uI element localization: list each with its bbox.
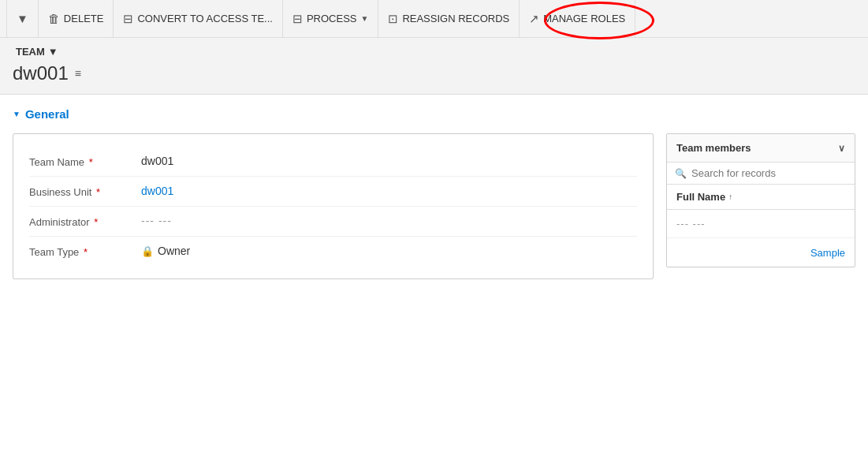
team-type-label: Team Type *: [29, 245, 132, 258]
administrator-value: --- ---: [141, 215, 637, 227]
record-menu-icon[interactable]: ≡: [75, 67, 81, 80]
entity-dropdown-icon: ▼: [48, 46, 58, 58]
delete-label: DELETE: [64, 13, 104, 24]
full-name-col-header: Full Name ↑: [667, 185, 855, 210]
form-card: Team Name * dw001 Business Unit * dw001 …: [13, 133, 654, 279]
process-dropdown-arrow: ▼: [360, 14, 368, 23]
panel-header-label: Team members: [676, 142, 751, 154]
entity-label: TEAM: [16, 46, 45, 58]
team-type-text: Owner: [158, 245, 190, 257]
team-name-field: Team Name * dw001: [29, 147, 637, 177]
full-name-label: Full Name: [676, 191, 725, 203]
toolbar: ▼ 🗑 DELETE ⊟ CONVERT TO ACCESS TE... ⊟ P…: [0, 0, 868, 38]
panel-chevron-icon[interactable]: ∨: [838, 143, 845, 154]
team-name-required: *: [86, 156, 93, 168]
administrator-field: Administrator * --- ---: [29, 207, 637, 237]
team-type-value: 🔒 Owner: [141, 245, 637, 257]
manage-roles-label: MANAGE ROLES: [543, 13, 625, 24]
process-label: PROCESS: [307, 13, 357, 24]
process-button[interactable]: ⊟ PROCESS ▼: [283, 0, 378, 37]
main-content: ▼ General Team Name * dw001 Business Uni…: [0, 95, 868, 292]
right-panel: Team members ∨ 🔍 Full Name ↑ --- --- Sam…: [666, 133, 855, 267]
search-box: 🔍: [667, 163, 855, 185]
team-type-required: *: [80, 246, 88, 258]
convert-label: CONVERT TO ACCESS TE...: [137, 13, 272, 24]
team-type-field: Team Type * 🔒 Owner: [29, 237, 637, 266]
sort-asc-icon[interactable]: ↑: [728, 192, 732, 201]
dropdown-button[interactable]: ▼: [6, 0, 39, 37]
record-title-row: dw001 ≡: [13, 62, 855, 84]
section-label: General: [25, 107, 69, 121]
record-title: dw001: [13, 62, 69, 84]
team-name-label: Team Name *: [29, 155, 132, 168]
admin-required: *: [91, 216, 99, 228]
search-input[interactable]: [691, 167, 847, 179]
convert-button[interactable]: ⊟ CONVERT TO ACCESS TE...: [114, 0, 282, 37]
entity-label-button[interactable]: TEAM ▼: [13, 44, 61, 59]
panel-footer: Sample: [667, 238, 855, 267]
manage-roles-button[interactable]: ↗ MANAGE ROLES: [520, 0, 635, 37]
delete-icon: 🗑: [48, 12, 60, 25]
section-header: ▼ General: [13, 107, 855, 121]
reassign-button[interactable]: ⊡ REASSIGN RECORDS: [378, 0, 520, 37]
administrator-label: Administrator *: [29, 215, 132, 228]
member-row: --- ---: [667, 210, 855, 238]
dropdown-icon: ▼: [17, 12, 28, 25]
section-chevron-icon: ▼: [13, 110, 20, 118]
business-unit-field: Business Unit * dw001: [29, 177, 637, 207]
content-row: Team Name * dw001 Business Unit * dw001 …: [13, 133, 855, 279]
business-unit-value[interactable]: dw001: [141, 185, 637, 197]
manage-roles-icon: ↗: [529, 12, 539, 26]
business-unit-required: *: [93, 186, 100, 198]
convert-icon: ⊟: [123, 12, 133, 26]
business-unit-label: Business Unit *: [29, 185, 132, 198]
search-icon: 🔍: [675, 168, 687, 179]
panel-header: Team members ∨: [667, 134, 855, 163]
reassign-label: REASSIGN RECORDS: [402, 13, 509, 24]
delete-button[interactable]: 🗑 DELETE: [39, 0, 114, 37]
process-icon: ⊟: [292, 12, 303, 26]
lock-icon: 🔒: [141, 245, 154, 257]
record-header: TEAM ▼ dw001 ≡: [0, 38, 868, 95]
reassign-icon: ⊡: [388, 12, 398, 26]
team-name-value: dw001: [141, 155, 637, 167]
sample-link[interactable]: Sample: [810, 247, 845, 259]
